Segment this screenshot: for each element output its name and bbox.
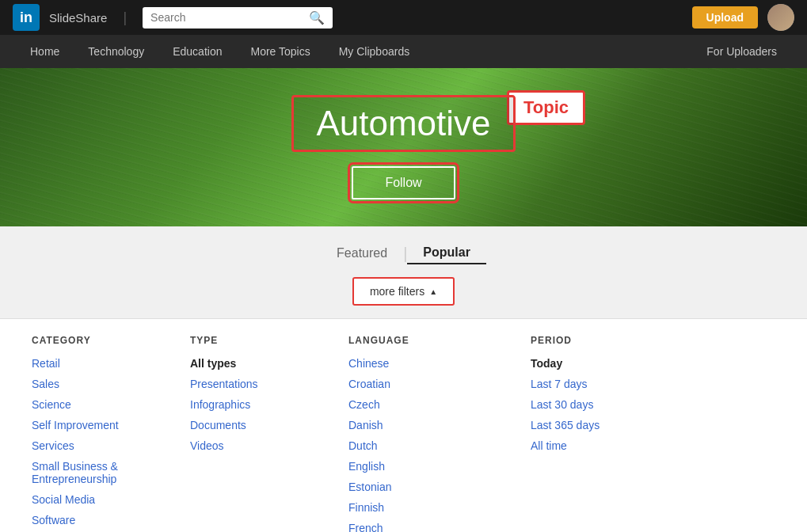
filter-period: PERIOD Today Last 7 days Last 30 days La… [531,335,713,532]
list-item[interactable]: Software [32,514,190,526]
list-item[interactable]: Finnish [348,501,531,514]
brand-name: SlideShare [49,11,107,25]
more-filters-button[interactable]: more filters ▲ [352,277,455,306]
filters-label: more filters [370,285,424,298]
list-item[interactable]: Last 365 days [531,419,713,431]
filters-arrow-icon: ▲ [429,287,437,296]
filter-area: CATEGORY Retail Sales Science Self Impro… [0,318,807,532]
list-item[interactable]: Estonian [348,481,531,493]
filter-columns: CATEGORY Retail Sales Science Self Impro… [32,335,775,532]
nav-item-education[interactable]: Education [158,35,236,68]
hero-section: Topic Automotive Follow [0,68,807,226]
list-item[interactable]: French [348,522,531,532]
period-header: PERIOD [531,335,713,346]
category-list: Retail Sales Science Self Improvement Se… [32,357,190,526]
list-item[interactable]: Chinese [348,357,531,370]
list-item[interactable]: Danish [348,419,531,431]
type-header: TYPE [190,335,348,346]
search-icon[interactable]: 🔍 [309,10,325,25]
list-item[interactable]: English [348,460,531,473]
type-list: All types Presentations Infographics Doc… [190,357,348,452]
list-item[interactable]: Today [531,357,713,370]
main-nav: Home Technology Education More Topics My… [0,35,807,68]
filter-language: LANGUAGE Chinese Croatian Czech Danish D… [348,335,531,532]
list-item[interactable]: Science [32,398,190,411]
avatar[interactable] [767,4,794,31]
list-item[interactable]: Videos [190,439,348,452]
content-tabs: Featured | Popular [321,242,486,264]
header: in SlideShare | 🔍 Upload [0,0,807,35]
list-item[interactable]: Self Improvement [32,419,190,431]
list-item[interactable]: Social Media [32,493,190,506]
list-item[interactable]: Small Business &Entrepreneurship [32,460,190,485]
list-item[interactable]: Infographics [190,398,348,411]
header-divider: | [123,10,127,26]
list-item[interactable]: Sales [32,378,190,390]
language-header: LANGUAGE [348,335,531,346]
search-bar: 🔍 [143,7,333,28]
list-item[interactable]: Services [32,439,190,452]
tabs-area: Featured | Popular more filters ▲ [0,226,807,318]
avatar-image [767,4,794,31]
list-item[interactable]: Last 7 days [531,378,713,390]
linkedin-logo-icon[interactable]: in [13,4,40,31]
nav-item-technology[interactable]: Technology [74,35,158,68]
list-item[interactable]: All time [531,439,713,452]
nav-item-uploaders[interactable]: For Uploaders [692,45,791,58]
list-item[interactable]: Documents [190,419,348,431]
follow-button[interactable]: Follow [352,166,455,200]
upload-button[interactable]: Upload [692,6,758,28]
list-item[interactable]: Retail [32,357,190,370]
filter-type: TYPE All types Presentations Infographic… [190,335,348,532]
list-item[interactable]: All types [190,357,348,370]
hero-title: Automotive [291,95,515,152]
list-item[interactable]: Presentations [190,378,348,390]
nav-item-more-topics[interactable]: More Topics [236,35,324,68]
topic-badge: Topic [507,90,585,125]
list-item[interactable]: Croatian [348,378,531,390]
tab-featured[interactable]: Featured [321,243,403,264]
list-item[interactable]: Last 30 days [531,398,713,411]
tab-popular[interactable]: Popular [407,242,486,264]
filter-category: CATEGORY Retail Sales Science Self Impro… [32,335,190,532]
nav-item-home[interactable]: Home [16,35,74,68]
list-item[interactable]: Czech [348,398,531,411]
category-header: CATEGORY [32,335,190,346]
language-list: Chinese Croatian Czech Danish Dutch Engl… [348,357,531,532]
search-input[interactable] [150,11,309,24]
nav-item-clipboards[interactable]: My Clipboards [325,35,424,68]
period-list: Today Last 7 days Last 30 days Last 365 … [531,357,713,452]
list-item[interactable]: Dutch [348,439,531,452]
